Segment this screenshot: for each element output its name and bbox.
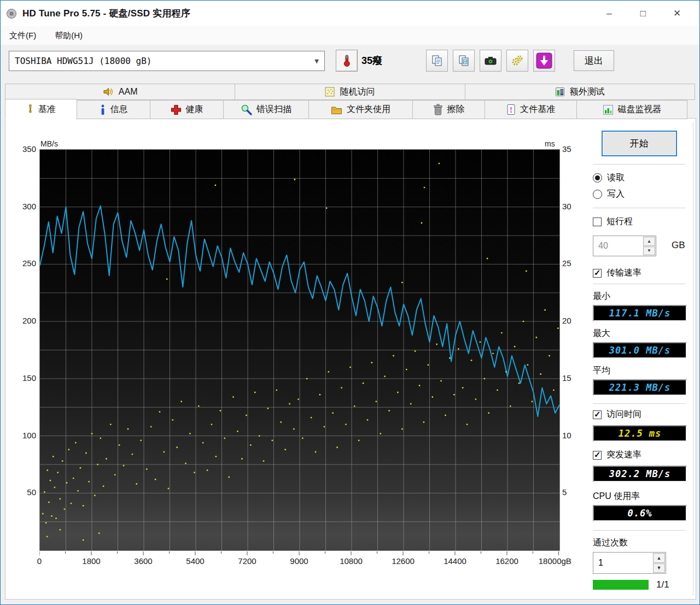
write-radio-row[interactable]: 写入 xyxy=(593,189,685,200)
short-stroke-spinner[interactable]: 40 ▲ ▼ xyxy=(593,236,656,256)
window-title: HD Tune Pro 5.75 - 硬盘/SSD 实用程序 xyxy=(22,7,190,20)
tab-folder-usage[interactable]: 文件夹使用 xyxy=(309,100,413,119)
transfer-rate-row[interactable]: 传输速率 xyxy=(593,267,685,279)
progress-row: 1/1 xyxy=(593,579,669,590)
min-label: 最小 xyxy=(593,291,685,302)
tab-erase[interactable]: 擦除 xyxy=(413,100,485,119)
x-tick-label: 3600 xyxy=(134,556,152,566)
tab-benchmark[interactable]: ! 基准 xyxy=(5,99,77,120)
exit-button[interactable]: 退出 xyxy=(574,50,614,71)
cpu-usage-label: CPU 使用率 xyxy=(593,491,685,502)
tab-label: 磁盘监视器 xyxy=(618,104,662,115)
x-tick-label: 10800 xyxy=(340,556,363,566)
separator xyxy=(593,403,685,404)
tab-random-access[interactable]: 随机访问 xyxy=(235,84,464,100)
tab-health[interactable]: 健康 xyxy=(150,100,224,119)
x-tick-label: 16200 xyxy=(495,556,518,566)
tab-label: 错误扫描 xyxy=(256,104,291,115)
screenshot-button[interactable] xyxy=(480,50,501,72)
short-stroke-checkbox[interactable] xyxy=(593,218,602,226)
separator xyxy=(593,208,685,208)
tab-aam[interactable]: AAM xyxy=(5,84,235,100)
maximize-button[interactable]: □ xyxy=(626,8,660,19)
copy-image-icon xyxy=(458,55,470,67)
magnifier-icon xyxy=(241,104,252,115)
y-left-tick-label: 100 xyxy=(22,431,36,440)
start-button[interactable]: 开始 xyxy=(602,131,677,156)
access-time-checkbox[interactable] xyxy=(593,410,602,419)
read-radio[interactable] xyxy=(593,173,602,183)
menu-help[interactable]: 帮助(H) xyxy=(55,31,83,41)
tab-disk-monitor[interactable]: 磁盘监视器 xyxy=(577,100,687,119)
chevron-down-icon: ▼ xyxy=(314,57,319,65)
access-time-display: 12.5 ms xyxy=(593,425,687,442)
short-stroke-row[interactable]: 短行程 xyxy=(593,216,685,227)
copy-text-button[interactable] xyxy=(426,50,448,72)
minimize-button[interactable]: – xyxy=(592,8,626,19)
x-axis-ticks xyxy=(39,551,559,556)
y-right-tick-label: 30 xyxy=(562,202,571,211)
exclamation-icon: ! xyxy=(27,103,34,115)
spinner-buttons: ▲ ▼ xyxy=(652,553,666,573)
tab-file-benchmark[interactable]: ! 文件基准 xyxy=(485,100,577,119)
burst-rate-checkbox[interactable] xyxy=(593,451,602,460)
menu-file[interactable]: 文件(F) xyxy=(9,31,36,41)
read-radio-row[interactable]: 读取 xyxy=(593,172,685,184)
tab-label: 信息 xyxy=(110,104,128,115)
toolbar-buttons xyxy=(426,50,555,72)
tab-error-scan[interactable]: 错误扫描 xyxy=(224,100,309,119)
write-radio-label: 写入 xyxy=(607,189,625,200)
spinner-down-button[interactable]: ▼ xyxy=(653,563,665,573)
y-right-tick-label: 5 xyxy=(562,487,567,497)
close-button[interactable]: ✕ xyxy=(660,8,694,19)
transfer-rate-checkbox[interactable] xyxy=(593,269,602,278)
update-button[interactable] xyxy=(533,50,555,72)
health-cross-icon xyxy=(171,104,182,115)
access-time-row[interactable]: 访问时间 xyxy=(593,409,685,420)
pass-count-spinner[interactable]: 1 ▲ ▼ xyxy=(593,552,666,574)
spinner-up-button[interactable]: ▲ xyxy=(643,237,655,246)
y-left-tick-label: 250 xyxy=(22,259,36,268)
x-tick-label: 14400 xyxy=(444,556,466,566)
menubar: 文件(F) 帮助(H) xyxy=(1,26,699,45)
toolbar: TOSHIBA HDWG51J (18000 gB) ▼ 35癈 xyxy=(1,45,699,77)
spinner-up-button[interactable]: ▲ xyxy=(653,553,665,563)
left-axis-unit: MB/s xyxy=(40,139,58,148)
app-icon xyxy=(6,8,17,19)
trash-icon xyxy=(433,104,443,115)
tab-info[interactable]: 信息 xyxy=(77,100,150,119)
pass-count-label: 通过次数 xyxy=(593,537,685,549)
separator xyxy=(593,164,685,165)
benchmark-plot xyxy=(39,149,560,551)
drive-select[interactable]: TOSHIBA HDWG51J (18000 gB) ▼ xyxy=(9,51,325,71)
short-stroke-unit: GB xyxy=(672,240,685,251)
options-button[interactable] xyxy=(506,50,528,72)
right-axis-unit: ms xyxy=(545,139,555,148)
separator xyxy=(593,530,685,531)
burst-rate-display: 302.2 MB/s xyxy=(593,466,687,482)
x-axis-labels: 0180036005400720090001080012600144001620… xyxy=(39,556,581,568)
gears-icon xyxy=(511,55,524,67)
copy-text-icon xyxy=(431,55,443,67)
tabstrip-main: ! 基准 信息 健康 错误扫描 文件夹使用 xyxy=(5,100,695,119)
tab-extra-tests[interactable]: 额外测试 xyxy=(465,84,695,100)
temperature-button[interactable] xyxy=(336,50,358,72)
access-time-label: 访问时间 xyxy=(606,409,641,420)
burst-rate-label: 突发速率 xyxy=(606,449,641,461)
speaker-icon xyxy=(103,87,114,97)
y-right-tick-label: 25 xyxy=(562,259,571,268)
copy-image-button[interactable] xyxy=(453,50,475,72)
spinner-buttons: ▲ ▼ xyxy=(643,236,656,256)
x-tick-label: 12600 xyxy=(392,556,415,566)
progress-text: 1/1 xyxy=(656,579,669,590)
write-radio[interactable] xyxy=(593,190,602,199)
folder-icon xyxy=(331,105,342,115)
y-axis-right-labels: 3530252015105 xyxy=(562,149,584,550)
x-tick-label: 7200 xyxy=(238,556,256,566)
x-tick-label: 5400 xyxy=(186,556,204,566)
cpu-usage-display: 0.6% xyxy=(593,505,687,521)
info-icon xyxy=(100,104,106,116)
benchmark-sidebar: 开始 读取 写入 短行程 40 ▲ ▼ xyxy=(584,123,693,596)
spinner-down-button[interactable]: ▼ xyxy=(643,246,655,256)
burst-rate-row[interactable]: 突发速率 xyxy=(593,449,685,461)
